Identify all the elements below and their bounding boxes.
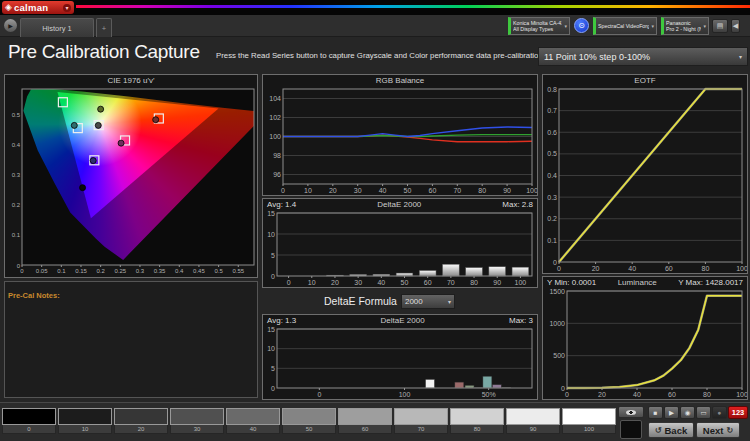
svg-text:40: 40 — [377, 279, 385, 286]
pattern-swatch[interactable] — [58, 408, 112, 425]
color-deltae-chart: 051015010050% — [263, 326, 537, 399]
svg-text:102: 102 — [269, 114, 281, 121]
meter-selector-dropdown[interactable]: Konica Minolta CA-410 All Display Types … — [508, 17, 570, 35]
svg-text:0.55: 0.55 — [232, 268, 244, 274]
logo-menu-arrow-icon[interactable]: ▾ — [63, 4, 71, 12]
svg-text:0.4: 0.4 — [547, 172, 557, 179]
deltae-formula-label: DeltaE Formula — [324, 295, 397, 307]
pattern-patch[interactable]: 70 — [394, 408, 448, 434]
pattern-swatch[interactable] — [2, 408, 56, 425]
svg-text:15: 15 — [267, 210, 275, 217]
meter-position-button[interactable] — [618, 406, 644, 418]
pattern-patch[interactable]: 60 — [338, 408, 392, 434]
deltae-formula-dropdown[interactable]: 2000 ▾ — [401, 294, 455, 309]
next-button[interactable]: Next ↻ — [696, 422, 740, 438]
pattern-window-button[interactable]: ▤ — [712, 19, 728, 33]
add-tab-button[interactable]: + — [96, 18, 112, 37]
pattern-patch[interactable]: 90 — [506, 408, 560, 434]
grayscale-deltae-max: Max: 2.8 — [502, 199, 533, 210]
svg-text:20: 20 — [329, 187, 337, 194]
svg-text:50: 50 — [401, 279, 409, 286]
chevron-down-icon: ▾ — [739, 53, 742, 60]
svg-text:60: 60 — [665, 265, 673, 272]
pattern-preview[interactable] — [620, 420, 642, 439]
collapse-panel-button[interactable]: ◀ — [731, 19, 740, 33]
pattern-patch[interactable]: 80 — [450, 408, 504, 434]
point-preset-dropdown[interactable]: 11 Point 10% step 0-100% ▾ — [538, 47, 748, 66]
eotf-panel: EOTF 00.10.20.30.40.50.60.70.80204060801… — [542, 74, 748, 274]
svg-text:30: 30 — [354, 279, 362, 286]
blank-pattern-button[interactable]: ● — [712, 406, 727, 419]
svg-text:80: 80 — [478, 187, 486, 194]
svg-text:0.3: 0.3 — [136, 268, 145, 274]
pattern-swatch[interactable] — [170, 408, 224, 425]
svg-text:0.3: 0.3 — [12, 172, 21, 178]
svg-text:1500: 1500 — [549, 288, 565, 295]
svg-text:0.4: 0.4 — [175, 268, 184, 274]
svg-text:100: 100 — [736, 391, 747, 398]
pattern-swatch[interactable] — [226, 408, 280, 425]
calman-logo-text: calman — [14, 2, 49, 13]
pattern-swatch[interactable] — [450, 408, 504, 425]
eye-icon — [626, 410, 636, 415]
pattern-swatch[interactable] — [338, 408, 392, 425]
pattern-patch[interactable]: 0 — [2, 408, 56, 434]
pattern-patch[interactable]: 30 — [170, 408, 224, 434]
cie-chart-panel: CIE 1976 u'v' 00.10.20.30.40.500.050.10.… — [4, 74, 258, 278]
read-continuous-button[interactable]: ◉ — [680, 406, 695, 419]
svg-text:0: 0 — [317, 391, 321, 398]
tab-history-1[interactable]: History 1 — [20, 18, 94, 37]
pattern-patch[interactable]: 100 — [562, 408, 616, 434]
pattern-patch[interactable]: 50 — [282, 408, 336, 434]
session-menu-button[interactable]: ▶ — [4, 19, 17, 32]
svg-text:0: 0 — [557, 265, 561, 272]
top-bar: ◈ calman ▾ — [0, 0, 750, 15]
pattern-swatch[interactable] — [114, 408, 168, 425]
back-button[interactable]: ↺ Back — [648, 422, 694, 438]
pattern-label: 60 — [338, 425, 392, 434]
pattern-swatch[interactable] — [506, 408, 560, 425]
calman-diamond-icon: ◈ — [5, 3, 12, 12]
stop-icon: ■ — [654, 409, 658, 416]
pattern-swatch[interactable] — [282, 408, 336, 425]
svg-text:0.1: 0.1 — [57, 268, 66, 274]
svg-text:0.4: 0.4 — [12, 142, 21, 148]
stop-button[interactable]: ■ — [648, 406, 663, 419]
pattern-label: 40 — [226, 425, 280, 434]
pre-cal-notes-input[interactable]: Pre-Cal Notes: — [4, 281, 258, 398]
svg-text:5: 5 — [271, 252, 275, 259]
svg-text:0.35: 0.35 — [154, 268, 166, 274]
calman-logo[interactable]: ◈ calman ▾ — [2, 1, 74, 14]
pattern-patch[interactable]: 10 — [58, 408, 112, 434]
svg-text:10: 10 — [267, 231, 275, 238]
svg-text:10: 10 — [267, 345, 275, 352]
pattern-swatch[interactable] — [562, 408, 616, 425]
cie-chart-title: CIE 1976 u'v' — [5, 75, 257, 86]
display-selector-dropdown[interactable]: Panasonic Pro 2 - Night (No DV) ▾ — [661, 17, 709, 35]
svg-text:50: 50 — [404, 187, 412, 194]
svg-text:60: 60 — [668, 391, 676, 398]
pattern-label: 20 — [114, 425, 168, 434]
meter-connect-button[interactable]: ⊙ — [574, 18, 589, 33]
page-title: Pre Calibration Capture — [8, 41, 200, 63]
display-icon: ▭ — [700, 409, 706, 417]
svg-text:98: 98 — [273, 152, 281, 159]
svg-text:70: 70 — [447, 279, 455, 286]
pattern-patch[interactable]: 20 — [114, 408, 168, 434]
power-icon: ● — [718, 409, 722, 416]
svg-text:0.2: 0.2 — [547, 215, 557, 222]
rgb-balance-panel: RGB Balance 9698100102104010203040506070… — [262, 74, 538, 196]
read-series-button[interactable]: ▶ — [664, 406, 679, 419]
pattern-label: 70 — [394, 425, 448, 434]
measure-controls: ■ ▶ ◉ ▭ ● 123 ↺ Back Next ↻ — [618, 406, 750, 441]
target-icon: ◉ — [685, 409, 691, 417]
back-arrow-icon: ↺ — [655, 426, 662, 435]
svg-text:20: 20 — [331, 279, 339, 286]
display-pattern-button[interactable]: ▭ — [696, 406, 711, 419]
title-bar: Pre Calibration Capture Press the Read S… — [0, 37, 750, 73]
generator-selector-dropdown[interactable]: SpectraCal VideoForge Pro ▾ — [593, 17, 657, 35]
pattern-swatch[interactable] — [394, 408, 448, 425]
rgb-balance-chart: 96981001021040102030405060708090100 — [263, 86, 537, 195]
pattern-patch[interactable]: 40 — [226, 408, 280, 434]
svg-text:100: 100 — [399, 391, 411, 398]
